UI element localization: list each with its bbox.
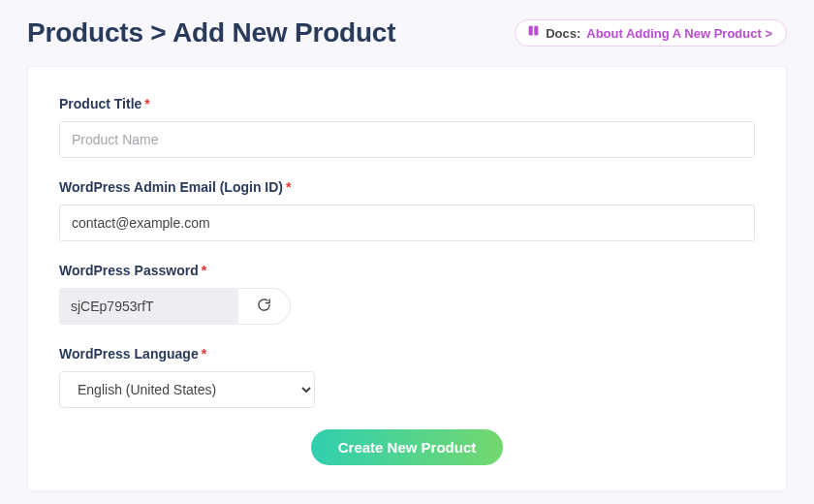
refresh-icon: [257, 298, 271, 316]
docs-link-text: About Adding A New Product >: [586, 26, 772, 41]
product-title-input[interactable]: [59, 121, 755, 158]
book-icon: [527, 25, 540, 41]
form-card: Product Title* WordPress Admin Email (Lo…: [27, 66, 787, 491]
field-label: WordPress Language*: [59, 346, 755, 362]
field-label: WordPress Password*: [59, 263, 755, 278]
password-display: sjCEp7953rfT: [59, 288, 239, 325]
create-product-button[interactable]: Create New Product: [311, 429, 504, 465]
required-marker: *: [286, 179, 291, 195]
password-field: WordPress Password* sjCEp7953rfT: [59, 263, 755, 325]
field-label: Product Title*: [59, 96, 755, 111]
product-title-label: Product Title: [59, 96, 141, 111]
admin-email-field: WordPress Admin Email (Login ID)*: [59, 179, 755, 241]
docs-prefix: Docs:: [546, 26, 580, 41]
required-marker: *: [202, 263, 206, 278]
required-marker: *: [202, 346, 206, 362]
language-label: WordPress Language: [59, 346, 199, 362]
field-label: WordPress Admin Email (Login ID)*: [59, 179, 755, 195]
docs-link[interactable]: Docs: About Adding A New Product >: [515, 19, 787, 47]
product-title-field: Product Title*: [59, 96, 755, 158]
language-select[interactable]: English (United States): [59, 371, 315, 408]
password-label: WordPress Password: [59, 263, 199, 278]
regenerate-password-button[interactable]: [238, 288, 291, 325]
required-marker: *: [144, 96, 149, 111]
admin-email-label: WordPress Admin Email (Login ID): [59, 179, 283, 195]
page-title: Products > Add New Product: [27, 17, 395, 48]
language-field: WordPress Language* English (United Stat…: [59, 346, 755, 408]
admin-email-input[interactable]: [59, 205, 755, 241]
